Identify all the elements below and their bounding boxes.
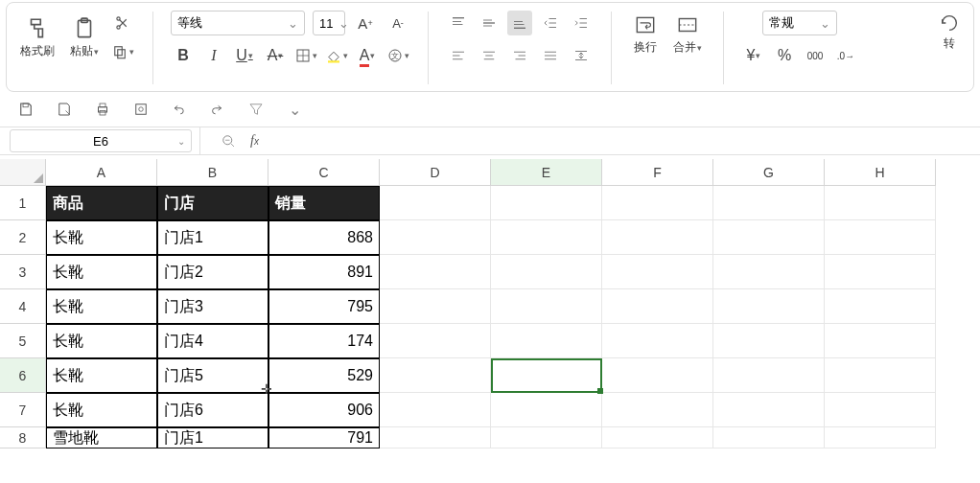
- cell-H1[interactable]: [825, 186, 936, 220]
- cell-F6[interactable]: [602, 358, 713, 393]
- cell-D1[interactable]: [380, 186, 491, 220]
- col-header-B[interactable]: B: [157, 159, 268, 186]
- cell-E2[interactable]: [491, 220, 602, 255]
- cell-F3[interactable]: [602, 255, 713, 289]
- cell-B1[interactable]: 门店: [157, 186, 268, 220]
- cell-B8[interactable]: 门店1: [157, 427, 268, 448]
- col-header-A[interactable]: A: [46, 159, 157, 186]
- name-box[interactable]: E6 ⌄: [10, 129, 192, 152]
- cell-B6[interactable]: 门店5: [157, 358, 268, 393]
- cell-D2[interactable]: [380, 220, 491, 255]
- cell-E4[interactable]: [491, 289, 602, 324]
- cell-F5[interactable]: [602, 324, 713, 358]
- underline-button[interactable]: U▾: [232, 43, 257, 68]
- cell-G8[interactable]: [713, 427, 825, 448]
- cell-D3[interactable]: [380, 255, 491, 289]
- align-top-button[interactable]: [446, 11, 471, 35]
- comma-button[interactable]: 000: [803, 43, 828, 68]
- cell-G5[interactable]: [713, 324, 825, 358]
- cell-G3[interactable]: [713, 255, 825, 289]
- cell-F8[interactable]: [602, 427, 713, 448]
- cell-H7[interactable]: [825, 393, 936, 427]
- cell-F7[interactable]: [602, 393, 713, 427]
- cell-C2[interactable]: 868: [268, 220, 380, 255]
- col-header-E[interactable]: E: [491, 159, 602, 186]
- cell-A8[interactable]: 雪地靴: [46, 427, 157, 448]
- cell-H3[interactable]: [825, 255, 936, 289]
- align-right-button[interactable]: [507, 43, 532, 68]
- italic-button[interactable]: I: [201, 43, 226, 68]
- decrease-indent-button[interactable]: [538, 11, 563, 35]
- cell-C7[interactable]: 906: [268, 393, 380, 427]
- col-header-H[interactable]: H: [825, 159, 936, 186]
- cell-C6[interactable]: 529: [268, 358, 380, 393]
- cell-B5[interactable]: 门店4: [157, 324, 268, 358]
- font-color-button[interactable]: A▾: [355, 43, 380, 68]
- cell-A6[interactable]: 长靴: [46, 358, 157, 393]
- cell-A2[interactable]: 长靴: [46, 220, 157, 255]
- row-header-7[interactable]: 7: [0, 393, 46, 427]
- cell-A7[interactable]: 长靴: [46, 393, 157, 427]
- cell-G6[interactable]: [713, 358, 825, 393]
- strikethrough-button[interactable]: A▾: [263, 43, 288, 68]
- cell-G7[interactable]: [713, 393, 825, 427]
- align-bottom-button[interactable]: [507, 11, 532, 35]
- bold-button[interactable]: B: [171, 43, 196, 68]
- save-button[interactable]: [13, 97, 38, 122]
- cell-H8[interactable]: [825, 427, 936, 448]
- cell-G2[interactable]: [713, 220, 825, 255]
- cell-F4[interactable]: [602, 289, 713, 324]
- cell-A1[interactable]: 商品: [46, 186, 157, 220]
- filter-button[interactable]: [244, 97, 268, 122]
- cell-C3[interactable]: 891: [268, 255, 380, 289]
- cell-C4[interactable]: 795: [268, 289, 380, 324]
- justify-button[interactable]: [538, 43, 563, 68]
- redo-button[interactable]: [205, 97, 230, 122]
- cut-button[interactable]: [110, 11, 135, 35]
- number-format-select[interactable]: 常规⌄: [762, 11, 837, 35]
- currency-button[interactable]: ¥▾: [741, 43, 766, 68]
- merge-button[interactable]: 合并▾: [669, 11, 706, 58]
- fill-color-button[interactable]: ▾: [324, 43, 349, 68]
- font-name-select[interactable]: 等线⌄: [171, 11, 305, 35]
- cell-D8[interactable]: [380, 427, 491, 448]
- undo-button[interactable]: [167, 97, 192, 122]
- cell-E1[interactable]: [491, 186, 602, 220]
- row-header-6[interactable]: 6: [0, 358, 46, 393]
- col-header-C[interactable]: C: [268, 159, 380, 186]
- col-header-D[interactable]: D: [380, 159, 491, 186]
- percent-button[interactable]: %: [772, 43, 797, 68]
- decrease-font-button[interactable]: A-: [385, 11, 410, 35]
- increase-font-button[interactable]: A+: [353, 11, 378, 35]
- cell-C5[interactable]: 174: [268, 324, 380, 358]
- cell-A5[interactable]: 长靴: [46, 324, 157, 358]
- row-header-2[interactable]: 2: [0, 220, 46, 255]
- cell-B2[interactable]: 门店1: [157, 220, 268, 255]
- borders-button[interactable]: ▾: [293, 43, 318, 68]
- cell-H6[interactable]: [825, 358, 936, 393]
- qat-more-button[interactable]: ⌄: [282, 97, 307, 122]
- distribute-button[interactable]: [569, 43, 594, 68]
- cell-F2[interactable]: [602, 220, 713, 255]
- wrap-text-button[interactable]: 换行: [629, 11, 662, 58]
- increase-indent-button[interactable]: [569, 11, 594, 35]
- row-header-1[interactable]: 1: [0, 186, 46, 220]
- rotate-button[interactable]: 转: [935, 11, 964, 54]
- format-painter-button[interactable]: 格式刷: [16, 14, 58, 61]
- cell-A3[interactable]: 长靴: [46, 255, 157, 289]
- cell-B4[interactable]: 门店3: [157, 289, 268, 324]
- col-header-G[interactable]: G: [713, 159, 825, 186]
- cell-D7[interactable]: [380, 393, 491, 427]
- row-header-5[interactable]: 5: [0, 324, 46, 358]
- select-all-corner[interactable]: [0, 159, 46, 186]
- font-size-select[interactable]: 11⌄: [313, 11, 345, 35]
- cell-H4[interactable]: [825, 289, 936, 324]
- phonetic-button[interactable]: 文▾: [385, 43, 410, 68]
- cell-H5[interactable]: [825, 324, 936, 358]
- increase-decimal-button[interactable]: .0→: [833, 43, 858, 68]
- align-middle-button[interactable]: [477, 11, 502, 35]
- col-header-F[interactable]: F: [602, 159, 713, 186]
- cell-D5[interactable]: [380, 324, 491, 358]
- cell-C8[interactable]: 791: [268, 427, 380, 448]
- cell-E3[interactable]: [491, 255, 602, 289]
